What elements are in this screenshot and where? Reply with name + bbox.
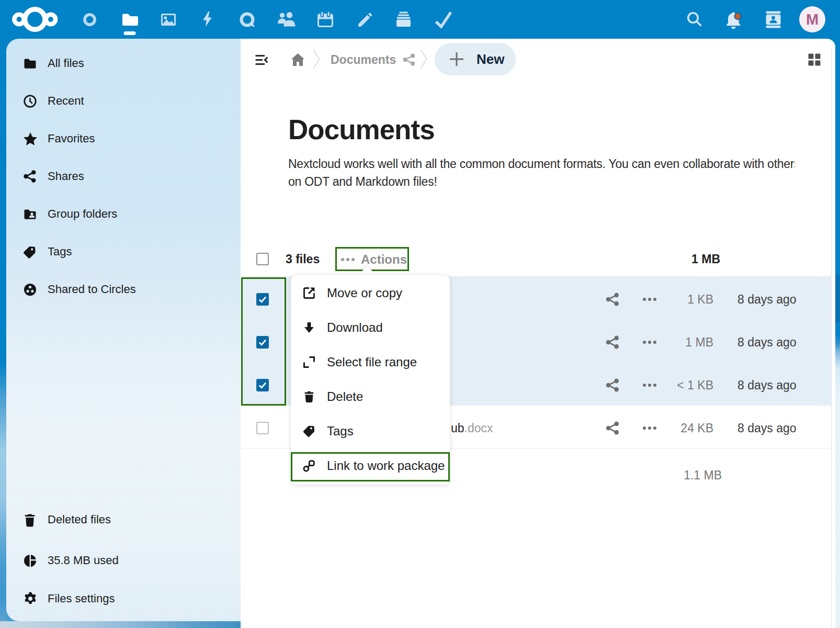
- svg-text:M: M: [806, 11, 819, 28]
